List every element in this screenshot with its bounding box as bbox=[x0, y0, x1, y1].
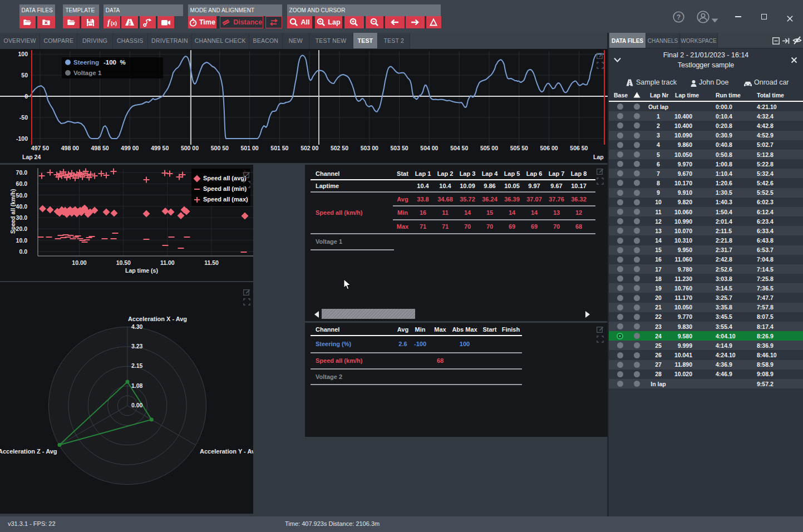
svg-text:?: ? bbox=[677, 13, 681, 21]
svg-text:(x): (x) bbox=[111, 21, 117, 26]
